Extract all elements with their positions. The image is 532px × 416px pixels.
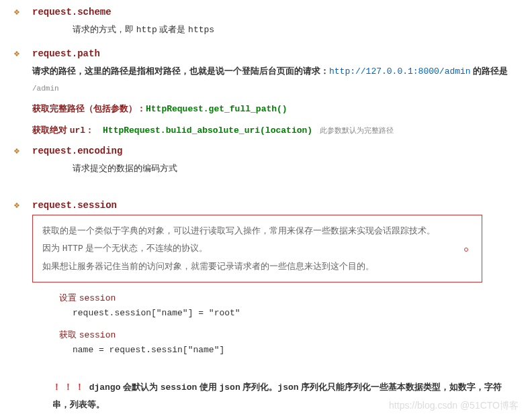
heading-encoding: request.encoding	[32, 146, 519, 156]
code-absuri: HttpRequest.bulid_absolute_uri(location)	[103, 125, 312, 136]
heading-path: request.path	[32, 48, 519, 59]
code-session-word: session	[79, 330, 116, 340]
path-line1: 请求的路径，这里的路径是指相对路径，也就是说一个登陆后台页面的请求：http:/…	[32, 63, 519, 97]
text: 或者是	[157, 24, 188, 34]
bullet-diamond: ❖	[13, 146, 32, 156]
spacer	[32, 366, 519, 379]
section-body: request.scheme 请求的方式，即 http 或者是 https	[32, 7, 519, 46]
exclaim-icon: ！！！	[52, 382, 87, 392]
subhead-get-session: 获取 session	[59, 329, 519, 341]
text: 请求的路径，这里的路径是指相对路径，也就是说一个登陆后台页面的请求：	[32, 66, 329, 76]
spacer	[13, 187, 519, 200]
section-body: request.session 获取的是一个类似于字典的对象，可以进行读取写入操…	[32, 200, 519, 416]
watermark: https://blog.csdn @51CTO博客	[389, 400, 519, 412]
section-scheme: ❖ request.scheme 请求的方式，即 http 或者是 https	[13, 7, 519, 46]
code-https: https	[188, 25, 214, 35]
desc-scheme: 请求的方式，即 http 或者是 https	[32, 21, 519, 39]
code-json: json	[277, 382, 298, 393]
section-body: request.path 请求的路径，这里的路径是指相对路径，也就是说一个登陆后…	[32, 48, 519, 144]
text: 是一个无状态，不连续的协议。	[83, 243, 208, 253]
section-path: ❖ request.path 请求的路径，这里的路径是指相对路径，也就是说一个登…	[13, 48, 519, 144]
heading-scheme: request.scheme	[32, 7, 519, 17]
label-absurl: 获取绝对	[32, 125, 70, 135]
code-json: json	[220, 382, 240, 393]
text: 设置	[59, 293, 79, 303]
path-line2: 获取完整路径（包括参数）：HttpRequest.get_full_path()	[32, 101, 519, 118]
url-example: http://127.0.0.1:8000/admin	[329, 66, 471, 76]
code-http-proto: HTTP	[62, 244, 83, 254]
text: 因为	[42, 243, 62, 253]
text: 会默认为	[120, 382, 160, 392]
section-session: ❖ request.session 获取的是一个类似于字典的对象，可以进行读取写…	[13, 200, 519, 416]
code-session-word: session	[161, 382, 197, 393]
text: 的路径是	[471, 66, 508, 76]
label-fullpath: 获取完整路径（包括参数）	[32, 103, 137, 113]
code-session-word: session	[79, 293, 116, 303]
subhead-set-session: 设置 session	[59, 292, 519, 304]
code-django: django	[89, 382, 121, 393]
box-line2: 因为 HTTP 是一个无状态，不连续的协议。	[42, 240, 472, 258]
section-body: request.encoding 请求提交的数据的编码方式	[32, 146, 519, 184]
text: 序列化。	[240, 382, 278, 392]
code-set-session: request.session["name"] = "root"	[73, 308, 519, 318]
section-encoding: ❖ request.encoding 请求提交的数据的编码方式	[13, 146, 519, 184]
text: 使用	[197, 382, 219, 392]
sep: ：	[137, 103, 146, 113]
bullet-diamond: ❖	[13, 7, 32, 17]
heading-session: request.session	[32, 200, 519, 211]
label-url-word: url	[70, 125, 85, 136]
box-line1: 获取的是一个类似于字典的对象，可以进行读取写入操作，常用来保存一些数据来实现会话…	[42, 222, 472, 240]
desc-encoding: 请求提交的数据的编码方式	[32, 160, 519, 177]
code-get-session: name = request.sessin["name"]	[73, 345, 519, 355]
path-line3: 获取绝对 url： HttpRequest.bulid_absolute_uri…	[32, 122, 519, 140]
text: 获取	[59, 329, 79, 340]
box-marker-dot	[464, 248, 468, 252]
text: 请求的方式，即	[73, 24, 136, 34]
note-default: 此参数默认为完整路径	[312, 127, 394, 135]
code-admin: /admin	[32, 85, 59, 93]
bullet-diamond: ❖	[13, 48, 32, 58]
code-http: http	[136, 25, 157, 35]
sep: ：	[85, 125, 103, 135]
bullet-diamond: ❖	[13, 200, 32, 210]
box-line3: 如果想让服务器记住当前的访问对象，就需要记录请求者的一些信息来达到这个目的。	[42, 258, 472, 275]
session-note-box: 获取的是一个类似于字典的对象，可以进行读取写入操作，常用来保存一些数据来实现会话…	[32, 215, 482, 282]
code-getfullpath: HttpRequest.get_full_path()	[146, 104, 287, 114]
